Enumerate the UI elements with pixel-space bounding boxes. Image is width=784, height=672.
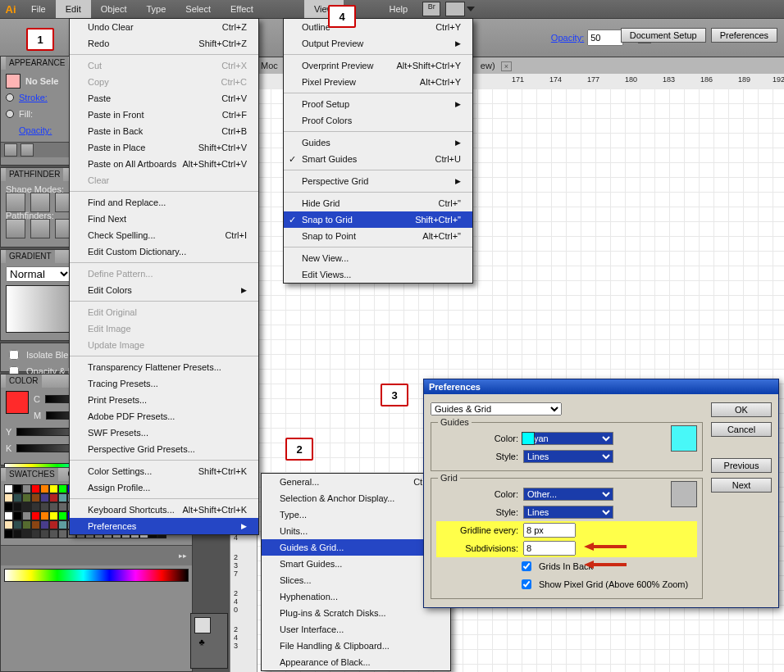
fill-icon[interactable] [6,391,29,414]
menu-item[interactable]: Guides▶ [284,134,472,151]
menu-item[interactable]: Appearance of Black... [262,654,450,670]
menu-item[interactable]: Hyphenation... [262,588,450,605]
menu-item[interactable]: Find and Replace... [70,194,258,211]
swatch[interactable] [49,493,58,502]
menu-item[interactable]: Assign Profile... [70,479,258,496]
menu-effect[interactable]: Effect [221,0,263,18]
grid-style-select[interactable]: Lines [523,506,613,519]
expand-icon[interactable]: ▸▸ [179,552,187,560]
swatches-tab[interactable]: SWATCHES [6,468,58,481]
swatch[interactable] [40,511,49,520]
swatch[interactable] [4,511,13,520]
menu-item[interactable]: Keyboard Shortcuts...Alt+Shift+Ctrl+K [70,502,258,518]
visibility-icon[interactable] [6,93,14,102]
subdivisions-input[interactable] [523,541,576,556]
menu-item[interactable]: Guides & Grid... [262,539,450,556]
fill-swatch-icon[interactable] [6,74,21,89]
menu-item[interactable]: Perspective Grid▶ [284,173,472,189]
menu-item[interactable]: Smart Guides... [262,556,450,572]
menu-item[interactable]: Adobe PDF Presets... [70,408,258,425]
menu-item[interactable]: Snap to PointAlt+Ctrl+" [284,228,472,244]
menu-help[interactable]: Help [380,0,418,18]
workspace-chip[interactable]: Br [422,2,440,16]
swatch[interactable] [31,529,40,538]
gradient-type-select[interactable]: Normal [6,266,71,282]
menu-item[interactable]: Snap to GridShift+Ctrl+" [284,211,472,228]
menu-item[interactable]: Transparency Flattener Presets... [70,359,258,375]
menu-item[interactable]: Slices... [262,572,450,588]
swatch[interactable] [4,520,13,529]
menu-select[interactable]: Select [175,0,221,18]
close-icon[interactable]: × [501,61,512,71]
menu-file[interactable]: File [21,0,56,18]
menu-type[interactable]: Type [137,0,176,18]
visibility-icon[interactable] [6,110,14,118]
menu-item[interactable]: Edit Custom Dictionary... [70,243,258,260]
menu-item[interactable]: Proof Colors [284,112,472,129]
doc-tab[interactable]: Moc [261,61,278,70]
menu-item[interactable]: Pixel PreviewAlt+Ctrl+Y [284,74,472,90]
arrange-icon[interactable] [445,2,465,16]
next-button[interactable]: Next [711,478,772,493]
swatch[interactable] [58,484,67,493]
menu-item[interactable]: PasteCtrl+V [70,90,258,107]
swatch[interactable] [49,484,58,493]
swatch[interactable] [40,484,49,493]
swatch[interactable] [4,493,13,502]
menu-item[interactable]: Check Spelling...Ctrl+I [70,227,258,243]
menu-edit[interactable]: Edit [56,0,91,18]
swatch[interactable] [31,511,40,520]
tool-icon[interactable] [194,617,211,633]
swatch[interactable] [31,502,40,511]
preferences-button[interactable]: Preferences [711,28,777,43]
menu-item[interactable]: Undo ClearCtrl+Z [70,19,258,35]
opacity-input[interactable] [587,30,623,46]
menu-item[interactable]: Type... [262,506,450,523]
swatch[interactable] [31,520,40,529]
swatch[interactable] [58,502,67,511]
ok-button[interactable]: OK [711,402,772,417]
swatch[interactable] [4,502,13,511]
swatch[interactable] [13,520,22,529]
cancel-button[interactable]: Cancel [711,422,772,437]
swatch[interactable] [22,529,31,538]
guides-color-select[interactable]: Cyan [523,432,613,445]
isolate-checkbox[interactable] [9,350,19,360]
divide-icon[interactable] [6,219,25,238]
opacity-link[interactable]: Opacity: [19,125,52,135]
menu-item[interactable]: User Interface... [262,621,450,638]
menu-item[interactable]: Units... [262,523,450,539]
menu-item[interactable]: Proof Setup▶ [284,96,472,112]
swatch[interactable] [49,520,58,529]
panel-icon[interactable] [4,143,17,157]
previous-button[interactable]: Previous [711,458,772,473]
guides-color-box[interactable] [671,425,697,452]
swatch[interactable] [22,493,31,502]
stroke-link[interactable]: Stroke: [19,93,48,102]
menu-item[interactable]: RedoShift+Ctrl+Z [70,35,258,52]
swatch[interactable] [40,520,49,529]
swatch[interactable] [22,502,31,511]
menu-item[interactable]: Paste in FrontCtrl+F [70,107,258,123]
grid-color-box[interactable] [671,481,697,507]
doc-tab-2[interactable]: ew) [481,61,495,70]
menu-item[interactable]: Smart GuidesCtrl+U [284,151,472,167]
menu-item[interactable]: Paste in BackCtrl+B [70,123,258,139]
swatch[interactable] [31,484,40,493]
menu-item[interactable]: Color Settings...Shift+Ctrl+K [70,463,258,479]
swatch[interactable] [22,484,31,493]
menu-item[interactable]: OutlineCtrl+Y [284,19,472,35]
guides-style-select[interactable]: Lines [523,450,613,463]
menu-item[interactable]: Perspective Grid Presets... [70,441,258,457]
gridline-every-input[interactable] [523,523,576,538]
menu-item[interactable]: New View... [284,250,472,266]
menu-item[interactable]: Tracing Presets... [70,375,258,392]
fill-label[interactable]: Fill: [19,109,33,119]
swatch[interactable] [40,493,49,502]
swatch[interactable] [40,502,49,511]
menu-item[interactable]: SWF Presets... [70,425,258,441]
swatch[interactable] [4,529,13,538]
swatch[interactable] [40,529,49,538]
prefs-section-select[interactable]: Guides & Grid [431,402,562,415]
menu-item[interactable]: Paste in PlaceShift+Ctrl+V [70,139,258,156]
